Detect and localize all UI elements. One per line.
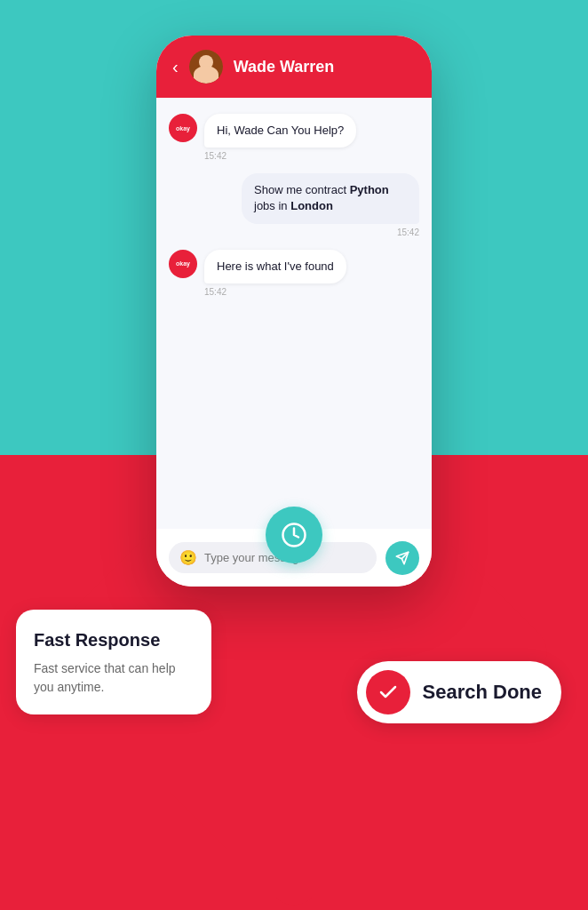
chat-area: okay Hi, Wade Can You Help? 15:42 Show m… — [156, 98, 432, 533]
bot-bubble-2: Here is what I've found — [204, 250, 346, 283]
search-done-label: Search Done — [423, 681, 543, 704]
send-icon — [395, 551, 409, 565]
bot-avatar-2: okay — [169, 250, 197, 278]
bot-message-group-2: Here is what I've found 15:42 — [204, 250, 346, 297]
bot-message-time-2: 15:42 — [204, 287, 346, 297]
bot-avatar-1: okay — [169, 114, 197, 142]
bot-bubble-1: Hi, Wade Can You Help? — [204, 114, 356, 148]
clock-icon — [281, 522, 307, 548]
bot-message-text-1: Hi, Wade Can You Help? — [217, 123, 344, 139]
user-bubble-1: Show me contract Python jobs in London — [242, 173, 419, 223]
feature-card: Fast Response Fast service that can help… — [16, 610, 211, 714]
bot-message-group-1: Hi, Wade Can You Help? 15:42 — [204, 114, 356, 161]
bot-message-1: okay Hi, Wade Can You Help? 15:42 — [169, 114, 419, 161]
search-done-check-icon — [366, 670, 410, 714]
user-message-text-1: Show me contract Python jobs in London — [254, 182, 407, 214]
feature-card-description: Fast service that can help you anytime. — [34, 659, 194, 697]
phone-mockup: ‹ Wade Warren okay Hi, Wade Can You Help… — [156, 36, 432, 587]
user-message-1: Show me contract Python jobs in London 1… — [169, 173, 419, 236]
back-button[interactable]: ‹ — [172, 57, 179, 77]
bot-message-time-1: 15:42 — [204, 151, 356, 161]
user-message-time-1: 15:42 — [397, 228, 419, 237]
spacer — [169, 309, 419, 416]
chat-header: ‹ Wade Warren — [156, 36, 432, 98]
emoji-icon: 🙂 — [179, 549, 197, 566]
contact-name: Wade Warren — [234, 58, 335, 76]
feature-card-title: Fast Response — [34, 629, 194, 651]
bot-message-text-2: Here is what I've found — [217, 259, 334, 275]
checkmark-icon — [377, 682, 399, 703]
search-done-pill: Search Done — [357, 661, 562, 723]
user-avatar-image — [189, 50, 223, 84]
clock-icon-circle — [266, 507, 322, 563]
bot-message-2: okay Here is what I've found 15:42 — [169, 250, 419, 297]
send-button[interactable] — [385, 541, 419, 575]
avatar — [189, 50, 223, 84]
